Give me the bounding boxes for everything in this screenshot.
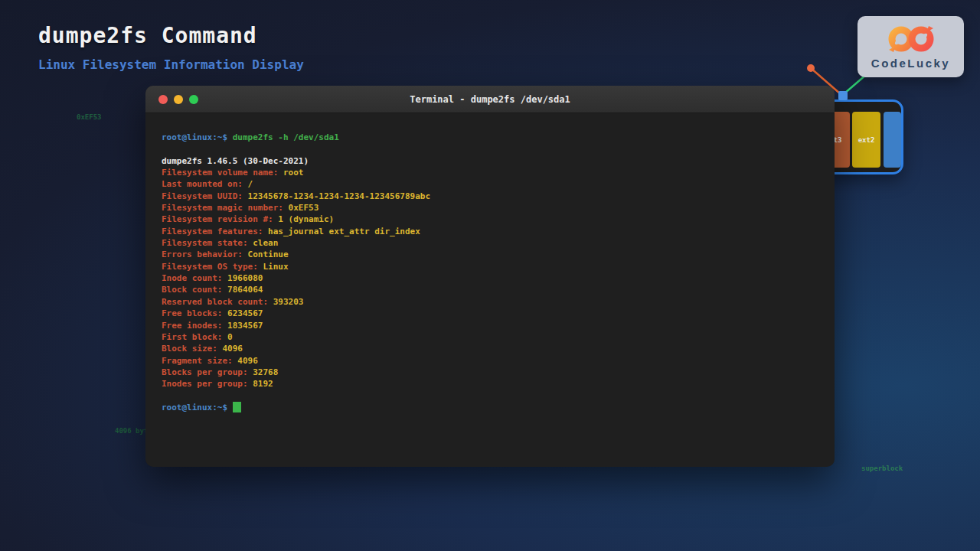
terminal-label: Filesystem state: (162, 238, 253, 248)
terminal-value: 0 (227, 332, 233, 342)
terminal-value: has_journal ext_attr dir_index (268, 227, 420, 236)
terminal-line: Filesystem UUID: 12345678-1234-1234-1234… (162, 191, 818, 202)
terminal-value: / (248, 179, 253, 189)
terminal-line: Inode count: 1966080 (162, 272, 818, 284)
terminal-label: Block count: (162, 285, 227, 295)
close-button[interactable] (158, 95, 168, 104)
terminal-line: Fragment size: 4096 (162, 355, 818, 367)
terminal-line: Filesystem OS type: Linux (162, 261, 818, 272)
header: dumpe2fs Command Linux Filesystem Inform… (38, 23, 304, 72)
terminal-label: First block: (162, 332, 227, 342)
page-subtitle: Linux Filesystem Information Display (38, 57, 304, 72)
bg-annotation: 0xEF53 (77, 113, 102, 121)
terminal-label: Inode count: (162, 273, 227, 283)
terminal-title: Terminal - dumpe2fs /dev/sda1 (145, 94, 835, 105)
terminal-line: Errors behavior: Continue (162, 249, 818, 260)
terminal-label: Filesystem magic number: (162, 203, 289, 213)
traffic-lights (158, 95, 198, 104)
terminal-line: dumpe2fs 1.46.5 (30-Dec-2021) (162, 155, 818, 167)
terminal-value: 6234567 (227, 308, 263, 318)
codelucky-logo-icon (879, 24, 943, 55)
terminal-value: 32768 (253, 367, 278, 377)
terminal-line: root@linux:~$ dumpe2fs -h /dev/sda1 (162, 132, 818, 143)
terminal-label: Free blocks: (162, 308, 227, 318)
terminal-label: Filesystem revision #: (162, 214, 278, 224)
terminal-line (162, 390, 818, 402)
terminal-value: Linux (263, 262, 288, 272)
terminal-label: Filesystem features: (162, 227, 268, 236)
terminal-line: Filesystem revision #: 1 (dynamic) (162, 214, 818, 225)
terminal-output[interactable]: root@linux:~$ dumpe2fs -h /dev/sda1 dump… (145, 113, 835, 432)
bg-annotation: superblock (861, 465, 903, 472)
fs-block-ext2: ext2 (852, 112, 880, 168)
terminal-value: 0xEF53 (289, 203, 319, 213)
terminal-line: root@linux:~$ (162, 402, 818, 413)
terminal-cursor (233, 402, 241, 412)
terminal-line: Filesystem features: has_journal ext_att… (162, 226, 818, 237)
terminal-label: Inodes per group: (162, 379, 253, 389)
terminal-command: dumpe2fs -h /dev/sda1 (233, 132, 339, 142)
terminal-value: 1966080 (227, 273, 263, 283)
terminal-label: Reserved block count: (162, 297, 273, 307)
terminal-label: Filesystem volume name: (162, 168, 283, 178)
terminal-window[interactable]: Terminal - dumpe2fs /dev/sda1 root@linux… (145, 86, 835, 467)
terminal-line: Block count: 7864064 (162, 284, 818, 295)
terminal-line: Block size: 4096 (162, 343, 818, 354)
terminal-value: 1 (dynamic) (278, 214, 334, 224)
terminal-value: 393203 (273, 297, 304, 307)
brand-name: CodeLucky (871, 57, 950, 70)
terminal-line: Last mounted on: / (162, 178, 818, 190)
terminal-line: First block: 0 (162, 331, 818, 343)
terminal-line: Blocks per group: 32768 (162, 367, 818, 378)
terminal-value: 4096 (222, 344, 243, 354)
terminal-label: Filesystem UUID: (162, 191, 248, 201)
maximize-button[interactable] (189, 95, 198, 104)
minimize-button[interactable] (174, 95, 183, 104)
terminal-label: Fragment size: (162, 356, 237, 366)
brand-card: CodeLucky (858, 16, 964, 77)
terminal-label: Blocks per group: (162, 367, 253, 377)
page-title: dumpe2fs Command (38, 23, 304, 48)
terminal-line: Filesystem state: clean (162, 237, 818, 249)
fs-block (884, 112, 901, 168)
terminal-value: 7864064 (227, 285, 263, 295)
terminal-prompt: root@linux:~$ (162, 403, 233, 412)
terminal-line: Filesystem volume name: root (162, 167, 818, 178)
terminal-value: Continue (248, 249, 289, 259)
terminal-line (162, 143, 818, 155)
terminal-label: Filesystem OS type: (162, 262, 263, 272)
terminal-value: clean (253, 238, 278, 248)
connector-dot-orange (807, 64, 815, 72)
terminal-label: Block size: (162, 344, 222, 354)
terminal-value: root (283, 168, 304, 178)
terminal-value: 8192 (253, 379, 273, 389)
terminal-label: Free inodes: (162, 321, 227, 331)
terminal-value: 1834567 (227, 321, 263, 331)
terminal-label: Errors behavior: (162, 249, 248, 259)
terminal-value: 12345678-1234-1234-1234-123456789abc (248, 191, 430, 201)
terminal-text: dumpe2fs 1.46.5 (30-Dec-2021) (162, 156, 309, 166)
terminal-line: Free blocks: 6234567 (162, 308, 818, 319)
terminal-line: Filesystem magic number: 0xEF53 (162, 202, 818, 214)
terminal-label: Last mounted on: (162, 179, 248, 189)
terminal-line: Inodes per group: 8192 (162, 378, 818, 390)
terminal-value: 4096 (237, 356, 258, 366)
terminal-prompt: root@linux:~$ (162, 132, 233, 142)
terminal-line: Free inodes: 1834567 (162, 320, 818, 331)
terminal-line: Reserved block count: 393203 (162, 296, 818, 308)
terminal-titlebar[interactable]: Terminal - dumpe2fs /dev/sda1 (145, 86, 835, 113)
